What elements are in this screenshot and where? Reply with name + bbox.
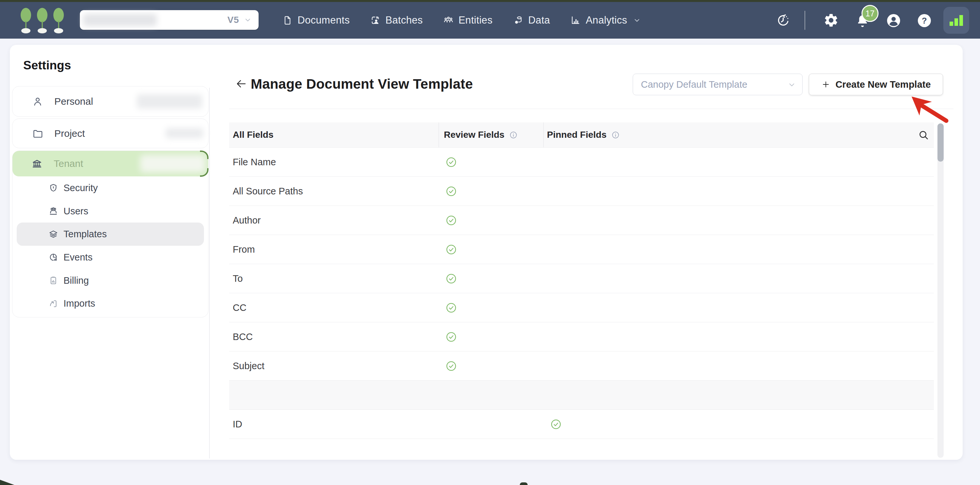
chart-bar [959,15,963,26]
events-icon [48,252,58,262]
topbar-divider [805,11,805,30]
gear-icon[interactable] [823,13,839,28]
table-header: All Fields Review Fields Pinned Fields [229,122,934,148]
redacted-tenant-value [140,155,205,172]
check-circle-icon[interactable] [445,331,457,343]
field-name: From [229,244,255,255]
check-circle-icon[interactable] [550,418,562,430]
field-name: ID [229,419,242,430]
global-search-input[interactable]: V5 [80,10,259,30]
table-row: File Name [229,148,934,177]
chevron-down-icon [633,16,641,25]
billing-icon [48,275,58,285]
analytics-icon [570,15,581,25]
redacted-personal-value [137,94,202,109]
sidebar-item-tenant[interactable]: Tenant [13,151,208,177]
table-section-separator [229,381,934,410]
field-name: To [229,273,243,284]
sidebar-group-tenant: Tenant SecurityUsersTemplatesEventsBilli… [12,151,208,318]
chevron-down-icon [787,80,796,89]
table-row: Author [229,206,934,235]
top-nav: DocumentsBatchesEntitiesDataAnalytics [282,2,641,39]
history-icon[interactable] [776,13,791,28]
help-icon[interactable]: ? [917,13,932,28]
avatar-icon[interactable] [886,13,901,28]
fields-table: All Fields Review Fields Pinned Fields F… [229,122,934,439]
chart-bar [955,18,958,26]
canopy-logo-icon[interactable] [20,8,64,33]
svg-text:?: ? [922,16,927,25]
notifications-badge[interactable]: 17 [862,5,878,22]
check-circle-icon[interactable] [445,215,457,226]
table-row: Subject [229,351,934,381]
sidebar-item-users[interactable]: Users [13,200,208,223]
check-circle-icon[interactable] [445,156,457,168]
users-icon [48,206,58,216]
nav-item-data[interactable]: Data [513,14,550,26]
field-name: BCC [229,332,253,342]
layers-icon [48,229,58,239]
redacted-search-text [83,14,157,26]
check-circle-icon[interactable] [445,243,457,256]
chart-bar [950,22,953,26]
tenant-subnav: SecurityUsersTemplatesEventsBillingImpor… [13,177,208,315]
check-circle-icon[interactable] [445,273,457,285]
sidebar-divider [209,88,210,458]
page-title: Manage Document View Template [251,76,473,92]
nav-item-analytics[interactable]: Analytics [570,14,641,26]
table-scrollbar-track[interactable] [937,123,943,458]
settings-heading: Settings [23,59,71,72]
data-icon [513,15,523,25]
table-row: From [229,235,934,264]
field-name: Subject [229,361,264,371]
document-icon [282,15,293,25]
table-row: ID [229,410,934,439]
sidebar-item-events[interactable]: Events [13,246,208,269]
nav-item-documents[interactable]: Documents [282,14,350,26]
settings-card: Settings Personal Project Tenant Securit… [10,45,963,460]
search-icon[interactable] [918,129,929,141]
check-circle-icon[interactable] [445,302,457,314]
sidebar-item-billing[interactable]: Billing [13,269,208,292]
background-leaf-decoration [520,482,528,485]
table-row: BCC [229,322,934,351]
info-icon[interactable] [509,130,518,139]
create-new-template-button[interactable]: Create New Template [809,74,943,95]
sidebar-item-project[interactable]: Project [12,118,208,148]
shield-icon [48,183,58,193]
sidebar-item-imports[interactable]: Imports [13,292,208,315]
table-scrollbar-thumb[interactable] [937,123,943,162]
field-name: File Name [229,157,276,167]
field-name: Author [229,215,261,226]
table-row: CC [229,293,934,322]
sidebar-item-templates[interactable]: Templates [17,223,204,246]
plus-icon [821,80,831,89]
nav-item-batches[interactable]: Batches [370,14,423,26]
column-header-review-fields: Review Fields [444,122,518,147]
top-navbar: V5 DocumentsBatchesEntitiesDataAnalytics… [0,2,980,39]
field-name: All Source Paths [229,186,303,197]
folder-icon [32,128,43,139]
check-circle-icon[interactable] [445,185,457,197]
column-divider [543,122,544,147]
chart-bars-button[interactable] [943,7,969,34]
info-icon[interactable] [611,130,620,139]
column-header-pinned-fields: Pinned Fields [547,122,620,147]
nav-item-entities[interactable]: Entities [443,14,493,26]
sidebar-item-personal[interactable]: Personal [12,86,208,117]
sidebar-item-security[interactable]: Security [13,177,208,200]
back-arrow-icon[interactable] [235,78,247,90]
person-icon [32,96,43,107]
table-row: To [229,264,934,293]
selected-template-value: Canopy Default Template [641,79,747,90]
entities-icon [443,15,453,25]
background-leaf-decoration [0,480,14,485]
check-circle-icon[interactable] [445,360,457,372]
table-body: File NameAll Source PathsAuthorFromToCCB… [229,148,934,439]
table-row: All Source Paths [229,177,934,206]
bank-icon [32,158,43,169]
template-selector-dropdown[interactable]: Canopy Default Template [633,74,803,95]
chevron-down-icon[interactable] [243,16,252,24]
column-header-all-fields: All Fields [233,122,273,147]
redacted-project-value [165,128,203,138]
